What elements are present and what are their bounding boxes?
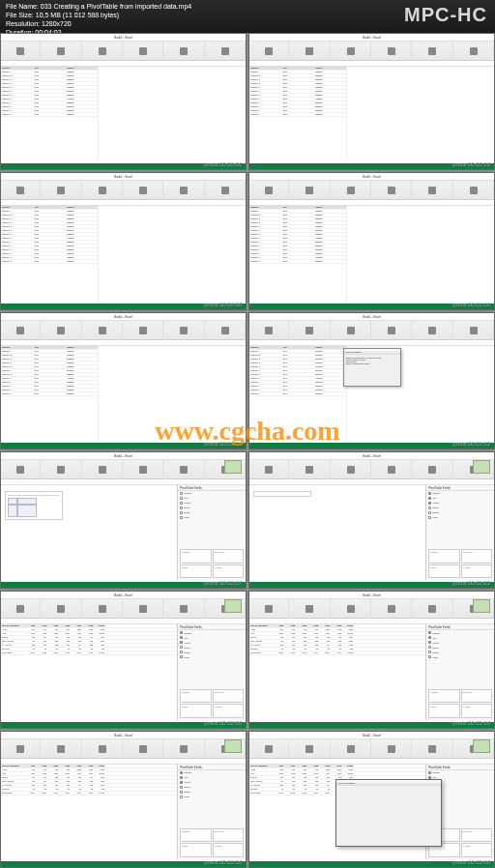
pivot-value-cell[interactable]: 1166 <box>82 628 94 631</box>
ribbon-group[interactable] <box>1 460 41 479</box>
pivot-field-item[interactable]: Month <box>426 515 494 520</box>
ribbon-icon[interactable] <box>99 745 106 753</box>
data-cell[interactable]: 3340000 <box>314 90 346 93</box>
pivot-value-cell[interactable]: 195 <box>94 788 105 791</box>
ribbon-icon[interactable] <box>139 745 147 753</box>
ribbon-icon[interactable] <box>139 47 147 55</box>
checkbox-icon[interactable] <box>180 631 183 634</box>
data-cell[interactable]: 2011 <box>281 354 313 357</box>
pivot-value-cell[interactable]: 299 <box>36 644 47 647</box>
checkbox-icon[interactable] <box>428 506 431 509</box>
pivot-value-cell[interactable]: 590 <box>319 640 331 643</box>
pivot-value-cell[interactable]: 6894 <box>319 651 331 654</box>
pivot-value-cell[interactable]: 3917 <box>307 772 319 775</box>
data-cell[interactable]: 4410000 <box>66 98 98 101</box>
thumbnail[interactable]: Book1 - Excel CategoryYearAmountCategory… <box>0 312 247 449</box>
pivot-value-cell[interactable]: 4164 <box>319 632 331 635</box>
pivot-value-cell[interactable]: 738 <box>71 636 82 639</box>
data-cell[interactable]: 2011 <box>33 82 65 85</box>
filters-zone[interactable]: FILTERS <box>428 549 459 564</box>
spreadsheet-area[interactable]: CategoryYearAmountCategory A20114520000C… <box>1 346 246 441</box>
pivot-value-cell[interactable]: 36 <box>319 788 331 791</box>
data-cell[interactable]: 4520000 <box>314 71 346 73</box>
data-cell[interactable]: 4120000 <box>314 256 346 259</box>
pivot-value-cell[interactable]: 344 <box>71 784 82 787</box>
pivot-value-cell[interactable]: 344 <box>319 644 331 647</box>
pivot-value-cell[interactable]: 726 <box>47 776 59 779</box>
thumbnail[interactable]: Book1 - Excel CategoryYearAmountCategory… <box>0 172 247 309</box>
pivot-value-cell[interactable]: 738 <box>319 636 331 639</box>
pivot-value-cell[interactable]: 729 <box>59 636 71 639</box>
data-cell[interactable]: 2011 <box>33 245 65 247</box>
data-columns[interactable]: CategoryYearAmountCategory A20114520000C… <box>1 206 99 301</box>
ribbon-group[interactable] <box>164 460 204 479</box>
ribbon-icon[interactable] <box>428 745 436 753</box>
pivot-value-cell[interactable]: 721 <box>24 636 36 639</box>
data-cell[interactable]: 2011 <box>281 221 313 224</box>
pivot-value-cell[interactable]: 6894 <box>71 651 82 654</box>
data-cell[interactable]: 5120000 <box>314 362 346 364</box>
pivot-row-label[interactable]: N. America <box>1 644 24 647</box>
ribbon-group[interactable] <box>372 42 412 61</box>
ribbon-group[interactable] <box>249 599 289 619</box>
ribbon-group[interactable] <box>372 321 412 340</box>
pivot-row-label[interactable]: Asia <box>1 772 24 775</box>
ribbon-group[interactable] <box>332 42 371 61</box>
pivot-value-cell[interactable]: 631 <box>273 768 284 771</box>
columns-zone[interactable]: COLUMNS <box>213 549 244 564</box>
pivot-value-cell[interactable]: 6071 <box>296 651 307 654</box>
data-cell[interactable]: 2230000 <box>66 245 98 247</box>
ribbon-icon[interactable] <box>347 466 355 474</box>
pivottable-tools-tab[interactable] <box>473 460 490 474</box>
data-cell[interactable]: 2910000 <box>314 78 346 81</box>
data-cell[interactable]: 2011 <box>281 113 313 116</box>
pivot-value-cell[interactable]: 795 <box>296 628 307 631</box>
pivot-value-cell[interactable]: 358 <box>331 644 342 647</box>
data-cell[interactable]: 5120000 <box>314 221 346 224</box>
thumbnail[interactable]: Book1 - Excel PivotTable Fields Category… <box>248 451 495 589</box>
ribbon-icon[interactable] <box>428 187 436 194</box>
data-cell[interactable]: 4120000 <box>66 256 98 259</box>
data-cell[interactable]: 4520000 <box>314 210 346 213</box>
pivot-value-cell[interactable]: 299 <box>36 784 47 787</box>
data-cell[interactable]: Category F <box>249 90 281 93</box>
data-cell[interactable]: 2011 <box>281 362 313 364</box>
pivot-value-cell[interactable]: 4393 <box>331 632 342 635</box>
pivot-value-cell[interactable]: 6894 <box>319 792 331 795</box>
pivot-row-label[interactable]: Oceania <box>249 788 273 791</box>
data-cell[interactable]: 2011 <box>281 245 313 247</box>
data-cell[interactable]: Category E <box>1 365 33 368</box>
spreadsheet-area[interactable]: CategoryYearAmountCategory A20114520000C… <box>1 67 246 161</box>
ribbon-group[interactable] <box>413 321 452 340</box>
data-cell[interactable]: 5120000 <box>66 82 98 85</box>
checkbox-icon[interactable] <box>180 636 183 639</box>
data-cell[interactable]: 2011 <box>33 98 65 101</box>
spreadsheet-area[interactable]: CategoryYearAmountCategory A20114520000C… <box>1 206 246 301</box>
data-cell[interactable]: 2011 <box>281 105 313 108</box>
data-cell[interactable]: 3670000 <box>66 248 98 251</box>
data-cell[interactable]: 2880000 <box>314 113 346 116</box>
ribbon-group[interactable] <box>372 599 412 619</box>
pivot-row-label[interactable]: N. America <box>1 784 24 787</box>
data-cell[interactable]: 2011 <box>33 214 65 217</box>
ribbon-icon[interactable] <box>57 327 65 334</box>
data-cell[interactable]: 2011 <box>281 365 313 368</box>
pivot-data-row[interactable]: Grand Total53045673607164546894731737713 <box>1 792 177 796</box>
values-zone[interactable]: VALUES <box>461 704 492 718</box>
data-cell[interactable]: 2011 <box>33 90 65 93</box>
pivot-value-cell[interactable]: 738 <box>71 776 82 779</box>
ribbon-icon[interactable] <box>347 745 355 753</box>
data-cell[interactable]: 2011 <box>33 109 65 112</box>
ribbon-group[interactable] <box>1 321 41 340</box>
pivot-row-label[interactable]: Grand Total <box>1 651 24 654</box>
data-cell[interactable]: Category F <box>1 369 33 372</box>
pivot-value-cell[interactable]: 36 <box>71 788 82 791</box>
data-cell[interactable]: 2011 <box>281 229 313 232</box>
pivot-row-label[interactable]: Oceania <box>1 788 24 791</box>
pivot-value-cell[interactable]: 743 <box>331 636 342 639</box>
pivot-value-cell[interactable]: 5673 <box>36 792 47 795</box>
pivot-value-cell[interactable]: 6894 <box>71 792 82 795</box>
pivot-row-label[interactable]: Europe <box>249 776 273 779</box>
pivot-row-label[interactable]: Grand Total <box>249 792 273 795</box>
data-cell[interactable]: 2011 <box>33 260 65 263</box>
